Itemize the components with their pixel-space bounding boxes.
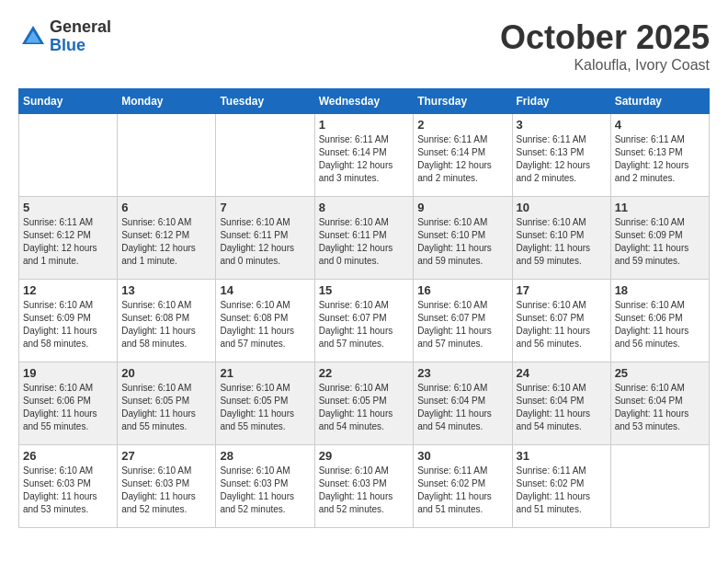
logo-general: General [50,18,111,37]
day-info: Sunrise: 6:10 AM Sunset: 6:05 PM Dayligh… [220,382,310,433]
calendar-header: SundayMondayTuesdayWednesdayThursdayFrid… [19,89,710,114]
location: Kaloufla, Ivory Coast [500,57,710,74]
day-info: Sunrise: 6:11 AM Sunset: 6:02 PM Dayligh… [517,465,607,516]
weekday-monday: Monday [118,89,216,114]
day-number: 1 [319,118,410,132]
logo-icon [18,22,48,52]
day-info: Sunrise: 6:10 AM Sunset: 6:05 PM Dayligh… [319,382,410,433]
day-info: Sunrise: 6:10 AM Sunset: 6:11 PM Dayligh… [220,216,310,268]
calendar-cell [610,445,709,528]
logo: General Blue [18,18,111,55]
calendar-cell: 20Sunrise: 6:10 AM Sunset: 6:05 PM Dayli… [118,362,216,445]
day-info: Sunrise: 6:10 AM Sunset: 6:09 PM Dayligh… [23,299,113,350]
day-number: 10 [517,201,607,214]
day-info: Sunrise: 6:10 AM Sunset: 6:07 PM Dayligh… [517,299,607,350]
day-number: 12 [23,283,113,297]
calendar-cell: 25Sunrise: 6:10 AM Sunset: 6:04 PM Dayli… [610,362,709,445]
calendar-cell: 29Sunrise: 6:10 AM Sunset: 6:03 PM Dayli… [314,445,414,528]
calendar-cell: 2Sunrise: 6:11 AM Sunset: 6:14 PM Daylig… [414,114,512,197]
calendar-cell: 22Sunrise: 6:10 AM Sunset: 6:05 PM Dayli… [314,362,414,445]
calendar-cell: 8Sunrise: 6:10 AM Sunset: 6:11 PM Daylig… [314,197,414,280]
calendar-week-1: 1Sunrise: 6:11 AM Sunset: 6:14 PM Daylig… [19,114,710,197]
calendar-cell: 14Sunrise: 6:10 AM Sunset: 6:08 PM Dayli… [216,280,314,362]
calendar-cell: 11Sunrise: 6:10 AM Sunset: 6:09 PM Dayli… [610,197,709,280]
day-info: Sunrise: 6:11 AM Sunset: 6:14 PM Dayligh… [417,133,507,185]
day-number: 31 [517,449,607,463]
calendar-cell: 23Sunrise: 6:10 AM Sunset: 6:04 PM Dayli… [414,362,512,445]
day-number: 5 [23,201,113,214]
day-info: Sunrise: 6:10 AM Sunset: 6:11 PM Dayligh… [319,216,410,268]
weekday-friday: Friday [512,89,610,114]
day-info: Sunrise: 6:10 AM Sunset: 6:12 PM Dayligh… [121,216,211,268]
day-number: 29 [319,449,410,463]
day-info: Sunrise: 6:10 AM Sunset: 6:05 PM Dayligh… [121,382,211,433]
day-number: 3 [517,118,607,132]
day-number: 11 [615,201,705,214]
weekday-thursday: Thursday [414,89,512,114]
calendar-cell: 6Sunrise: 6:10 AM Sunset: 6:12 PM Daylig… [118,197,216,280]
calendar-cell [19,114,118,197]
calendar-cell: 30Sunrise: 6:11 AM Sunset: 6:02 PM Dayli… [414,445,512,528]
page-header: General Blue October 2025 Kaloufla, Ivor… [18,18,710,74]
weekday-sunday: Sunday [19,89,118,114]
calendar-cell [118,114,216,197]
day-info: Sunrise: 6:10 AM Sunset: 6:03 PM Dayligh… [23,465,113,516]
day-info: Sunrise: 6:10 AM Sunset: 6:03 PM Dayligh… [121,465,211,516]
day-number: 21 [220,366,310,380]
day-number: 8 [319,201,410,214]
day-number: 15 [319,283,410,297]
day-number: 20 [121,366,211,380]
day-number: 14 [220,283,310,297]
calendar-table: SundayMondayTuesdayWednesdayThursdayFrid… [18,88,710,528]
day-number: 23 [417,366,507,380]
day-info: Sunrise: 6:10 AM Sunset: 6:10 PM Dayligh… [517,216,607,268]
day-info: Sunrise: 6:10 AM Sunset: 6:03 PM Dayligh… [319,465,410,516]
day-number: 24 [517,366,607,380]
calendar-cell: 26Sunrise: 6:10 AM Sunset: 6:03 PM Dayli… [19,445,118,528]
day-info: Sunrise: 6:10 AM Sunset: 6:07 PM Dayligh… [319,299,410,350]
calendar-cell: 9Sunrise: 6:10 AM Sunset: 6:10 PM Daylig… [414,197,512,280]
day-info: Sunrise: 6:10 AM Sunset: 6:09 PM Dayligh… [615,216,705,268]
logo-text: General Blue [50,18,111,55]
calendar-cell: 5Sunrise: 6:11 AM Sunset: 6:12 PM Daylig… [19,197,118,280]
weekday-header-row: SundayMondayTuesdayWednesdayThursdayFrid… [19,89,710,114]
day-number: 30 [417,449,507,463]
day-number: 6 [121,201,211,214]
calendar-cell: 24Sunrise: 6:10 AM Sunset: 6:04 PM Dayli… [512,362,610,445]
calendar-cell: 19Sunrise: 6:10 AM Sunset: 6:06 PM Dayli… [19,362,118,445]
month-title: October 2025 [500,18,710,57]
day-info: Sunrise: 6:10 AM Sunset: 6:03 PM Dayligh… [220,465,310,516]
day-info: Sunrise: 6:11 AM Sunset: 6:12 PM Dayligh… [23,216,113,268]
day-info: Sunrise: 6:10 AM Sunset: 6:08 PM Dayligh… [220,299,310,350]
day-number: 7 [220,201,310,214]
calendar-cell: 15Sunrise: 6:10 AM Sunset: 6:07 PM Dayli… [314,280,414,362]
calendar-cell: 28Sunrise: 6:10 AM Sunset: 6:03 PM Dayli… [216,445,314,528]
day-info: Sunrise: 6:10 AM Sunset: 6:10 PM Dayligh… [417,216,507,268]
day-info: Sunrise: 6:10 AM Sunset: 6:06 PM Dayligh… [23,382,113,433]
day-info: Sunrise: 6:11 AM Sunset: 6:02 PM Dayligh… [417,465,507,516]
calendar-week-2: 5Sunrise: 6:11 AM Sunset: 6:12 PM Daylig… [19,197,710,280]
day-number: 19 [23,366,113,380]
day-info: Sunrise: 6:10 AM Sunset: 6:06 PM Dayligh… [615,299,705,350]
weekday-wednesday: Wednesday [314,89,414,114]
day-info: Sunrise: 6:11 AM Sunset: 6:14 PM Dayligh… [319,133,410,185]
day-info: Sunrise: 6:10 AM Sunset: 6:08 PM Dayligh… [121,299,211,350]
calendar-cell: 12Sunrise: 6:10 AM Sunset: 6:09 PM Dayli… [19,280,118,362]
day-number: 28 [220,449,310,463]
day-number: 18 [615,283,705,297]
day-number: 27 [121,449,211,463]
day-info: Sunrise: 6:10 AM Sunset: 6:04 PM Dayligh… [517,382,607,433]
day-number: 22 [319,366,410,380]
weekday-tuesday: Tuesday [216,89,314,114]
day-info: Sunrise: 6:10 AM Sunset: 6:07 PM Dayligh… [417,299,507,350]
calendar-cell: 16Sunrise: 6:10 AM Sunset: 6:07 PM Dayli… [414,280,512,362]
calendar-week-3: 12Sunrise: 6:10 AM Sunset: 6:09 PM Dayli… [19,280,710,362]
day-number: 9 [417,201,507,214]
calendar-cell: 4Sunrise: 6:11 AM Sunset: 6:13 PM Daylig… [610,114,709,197]
calendar-cell: 18Sunrise: 6:10 AM Sunset: 6:06 PM Dayli… [610,280,709,362]
calendar-cell [216,114,314,197]
calendar-cell: 27Sunrise: 6:10 AM Sunset: 6:03 PM Dayli… [118,445,216,528]
title-block: October 2025 Kaloufla, Ivory Coast [500,18,710,74]
logo-blue: Blue [50,37,111,55]
day-number: 4 [615,118,705,132]
